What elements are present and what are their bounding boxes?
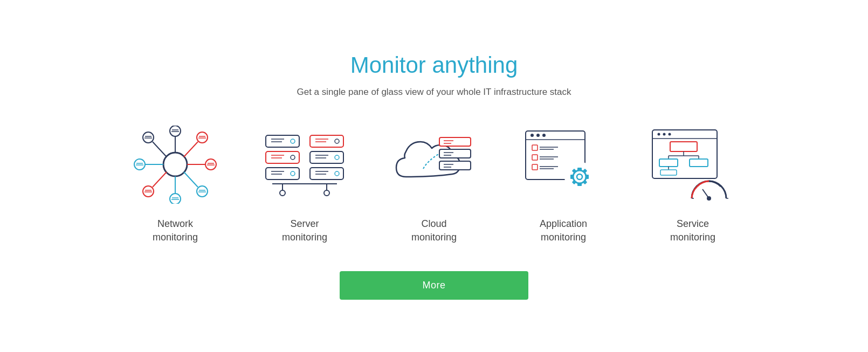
svg-line-11 bbox=[153, 172, 167, 187]
svg-rect-53 bbox=[310, 168, 343, 180]
svg-rect-88 bbox=[577, 168, 582, 171]
network-monitoring-label: Networkmonitoring bbox=[153, 217, 198, 244]
svg-rect-90 bbox=[570, 175, 574, 179]
application-monitoring-icon bbox=[518, 125, 609, 205]
svg-point-61 bbox=[324, 190, 329, 196]
service-monitoring-label: Servicemonitoring bbox=[670, 217, 715, 244]
svg-rect-68 bbox=[439, 161, 471, 170]
svg-rect-65 bbox=[439, 149, 471, 158]
svg-point-59 bbox=[280, 190, 285, 196]
svg-point-8 bbox=[197, 186, 208, 197]
svg-rect-96 bbox=[652, 130, 717, 178]
svg-point-16 bbox=[143, 132, 154, 143]
service-monitoring-icon bbox=[647, 125, 739, 205]
server-monitoring-label: Servermonitoring bbox=[282, 217, 327, 244]
svg-point-0 bbox=[163, 153, 187, 176]
page-title: Monitor anything bbox=[350, 52, 518, 78]
card-server: Servermonitoring bbox=[245, 125, 364, 244]
svg-line-3 bbox=[184, 142, 198, 157]
svg-point-85 bbox=[564, 162, 595, 192]
page-subtitle: Get a single pane of glass view of your … bbox=[297, 87, 571, 98]
svg-point-4 bbox=[197, 132, 208, 143]
svg-point-99 bbox=[663, 133, 666, 136]
svg-rect-33 bbox=[266, 135, 299, 147]
svg-point-74 bbox=[536, 134, 540, 137]
svg-rect-49 bbox=[310, 151, 343, 163]
svg-point-100 bbox=[669, 133, 671, 136]
svg-point-6 bbox=[205, 159, 216, 170]
svg-point-73 bbox=[531, 134, 534, 137]
card-cloud: Cloudmonitoring bbox=[375, 125, 493, 244]
card-service: Servicemonitoring bbox=[633, 125, 752, 244]
svg-rect-89 bbox=[577, 183, 582, 186]
svg-rect-41 bbox=[266, 168, 299, 180]
svg-line-7 bbox=[184, 172, 198, 187]
network-monitoring-icon bbox=[129, 125, 221, 205]
svg-point-111 bbox=[707, 196, 711, 201]
cloud-monitoring-label: Cloudmonitoring bbox=[411, 217, 457, 244]
server-monitoring-icon bbox=[259, 125, 350, 205]
svg-point-2 bbox=[170, 126, 181, 136]
svg-point-10 bbox=[170, 194, 181, 204]
card-network: Networkmonitoring bbox=[116, 125, 235, 244]
svg-rect-62 bbox=[439, 137, 471, 146]
cloud-monitoring-icon bbox=[388, 125, 480, 205]
svg-rect-91 bbox=[585, 175, 589, 179]
cards-row: Networkmonitoring bbox=[57, 125, 811, 244]
svg-point-12 bbox=[143, 186, 154, 197]
svg-point-14 bbox=[134, 159, 145, 170]
more-button[interactable]: More bbox=[340, 271, 528, 300]
application-monitoring-label: Applicationmonitoring bbox=[540, 217, 587, 244]
svg-rect-37 bbox=[266, 151, 299, 163]
svg-line-15 bbox=[153, 142, 167, 157]
svg-rect-45 bbox=[310, 135, 343, 147]
svg-point-75 bbox=[542, 134, 546, 137]
card-application: Applicationmonitoring bbox=[504, 125, 623, 244]
svg-point-98 bbox=[658, 133, 660, 136]
